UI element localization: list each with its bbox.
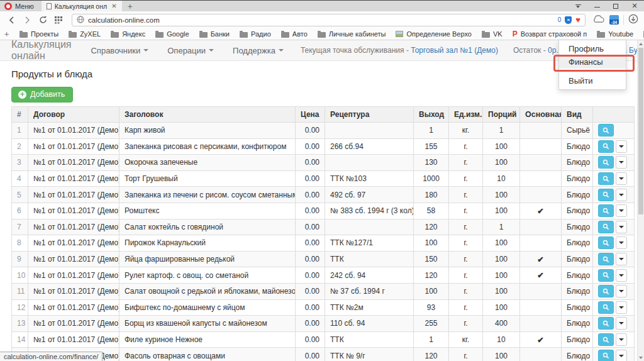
window-close-icon[interactable]: ✕	[625, 1, 644, 11]
bookmark-avto[interactable]: Авто	[276, 30, 313, 38]
download-icon[interactable]	[628, 14, 638, 26]
view-button[interactable]	[598, 269, 614, 282]
bookmark-radio[interactable]: Радио	[235, 30, 276, 38]
user-dropdown-menu: ПрофильФинансыВыйти	[558, 40, 626, 90]
cell-title: Фасоль отварная с овощами	[119, 348, 296, 361]
row-menu-button[interactable]	[616, 333, 627, 346]
cell-kind: Блюдо	[562, 283, 593, 299]
row-actions	[598, 189, 627, 201]
row-menu-button[interactable]	[616, 253, 627, 265]
tab-close-icon[interactable]: ✕	[110, 3, 116, 9]
view-button[interactable]	[598, 140, 614, 153]
row-number: 5	[12, 187, 28, 203]
cell-actions	[593, 299, 635, 316]
address-bar[interactable]: calculation-online.com 0 × ♥	[72, 14, 586, 26]
row-menu-button[interactable]	[616, 350, 627, 361]
row-menu-button[interactable]	[616, 156, 627, 169]
forward-icon[interactable]	[21, 14, 33, 26]
nav-item-operacii[interactable]: Операции	[158, 46, 223, 55]
cell-price: 0.00	[296, 203, 325, 219]
tabbar-spacer	[138, 1, 569, 11]
cell-kind: Блюдо	[562, 235, 593, 252]
browser-menu-button[interactable]: Меню	[0, 1, 42, 11]
row-menu-button[interactable]	[616, 269, 627, 282]
bookmark-banki[interactable]: Банки	[194, 30, 235, 38]
row-menu-button[interactable]	[616, 172, 627, 185]
cell-recipe: № 383 сб. 1994 г (3 кол)	[325, 203, 414, 219]
row-menu-button[interactable]	[616, 204, 627, 217]
menu-item-profile[interactable]: Профиль	[559, 42, 626, 55]
row-menu-button[interactable]	[616, 236, 627, 249]
row-menu-button[interactable]	[616, 140, 627, 153]
view-button[interactable]	[598, 317, 614, 330]
extension-badge-icon[interactable]: -34	[609, 15, 619, 25]
balance: Остаток - 0р.	[506, 46, 566, 55]
add-bookmark-button[interactable]: ＋	[3, 28, 11, 40]
scroll-down-icon[interactable]	[638, 354, 644, 361]
cell-portions: 100	[483, 348, 520, 361]
view-button[interactable]	[598, 236, 614, 249]
speed-dial-icon[interactable]	[53, 14, 64, 26]
nav-item-podderzhka[interactable]: Поддержка	[223, 46, 293, 55]
col-header-Ед.изм.: Ед.изм.	[449, 107, 483, 123]
view-button[interactable]	[598, 350, 614, 361]
view-button[interactable]	[598, 333, 614, 346]
adblock-shield-icon[interactable]: ×	[565, 16, 572, 24]
menu-item-finance[interactable]: Финансы	[559, 55, 626, 69]
cell-contract: №1 от 01.01.2017 (Демо)	[28, 219, 119, 235]
bookmark-google[interactable]: Google	[150, 30, 194, 38]
chevron-down-icon	[619, 242, 624, 244]
bookmark-label: Определение Верхо	[406, 30, 472, 38]
row-number: 7	[12, 219, 28, 235]
view-button[interactable]	[598, 156, 614, 169]
bookmark-opredelenie[interactable]: Определение Верхо	[391, 30, 477, 38]
scrollbar-thumb[interactable]	[638, 48, 643, 214]
row-menu-button[interactable]	[616, 317, 627, 330]
add-button[interactable]: + Добавить	[11, 87, 73, 103]
window-minimize-icon[interactable]	[587, 1, 606, 11]
view-button[interactable]	[598, 204, 614, 217]
view-button[interactable]	[598, 253, 614, 265]
view-button[interactable]	[598, 189, 614, 201]
view-button[interactable]	[598, 172, 614, 185]
cell-output: 130	[414, 155, 449, 171]
bookmark-yandex[interactable]: Яндекс	[106, 30, 150, 38]
nav-item-spravochniki[interactable]: Справочники	[81, 46, 158, 55]
vertical-scrollbar[interactable]	[637, 40, 644, 361]
cell-kind: Блюдо	[562, 203, 593, 219]
view-button[interactable]	[598, 285, 614, 297]
menu-item-logout[interactable]: Выйти	[559, 74, 626, 87]
service-point-link[interactable]: Торговый зал №1 (Демо)	[411, 46, 498, 55]
view-button[interactable]	[598, 301, 614, 314]
cell-portions: 10	[483, 331, 520, 348]
browser-window: Меню Калькуляция онлайн ✕ ＋ ✕	[0, 0, 644, 361]
view-button[interactable]	[598, 124, 614, 136]
cell-kind: Блюдо	[562, 316, 593, 332]
scroll-up-icon[interactable]	[638, 40, 644, 47]
bookmark-label: Яндекс	[122, 30, 145, 38]
bookmark-vozvrat[interactable]: PВозврат страховой п	[508, 30, 592, 38]
row-menu-button[interactable]	[616, 285, 627, 297]
new-tab-button[interactable]: ＋	[122, 1, 138, 11]
cell-contract: №1 от 01.01.2017 (Демо)	[28, 331, 119, 348]
back-icon[interactable]	[6, 14, 17, 26]
bookmark-vk[interactable]: VK	[477, 30, 508, 38]
tab-menu-icon[interactable]	[569, 1, 587, 11]
bookmark-lichnye-kabinety[interactable]: Личные кабинеты	[313, 30, 391, 38]
cell-recipe: 492 сб. 97	[325, 187, 414, 203]
bookmark-heart-icon[interactable]: ♥	[575, 16, 580, 24]
reload-icon[interactable]	[37, 14, 48, 26]
bookmark-ali[interactable]: Ali	[638, 30, 644, 38]
bookmark-proekty[interactable]: Проекты	[14, 30, 64, 38]
bookmark-zyxel[interactable]: ZyXEL	[64, 30, 106, 38]
view-button[interactable]	[598, 221, 614, 233]
bookmark-youtube[interactable]: Youtube	[592, 30, 638, 38]
row-menu-button[interactable]	[616, 189, 627, 201]
app-brand[interactable]: Калькуляция онлайн	[0, 39, 81, 62]
row-menu-button[interactable]	[616, 221, 627, 233]
balance-link[interactable]: 0р.	[548, 46, 558, 55]
window-maximize-icon[interactable]	[606, 1, 625, 11]
row-menu-button[interactable]	[616, 301, 627, 314]
cloud-sync-icon[interactable]	[593, 14, 605, 26]
browser-tab[interactable]: Калькуляция онлайн ✕	[42, 1, 122, 11]
